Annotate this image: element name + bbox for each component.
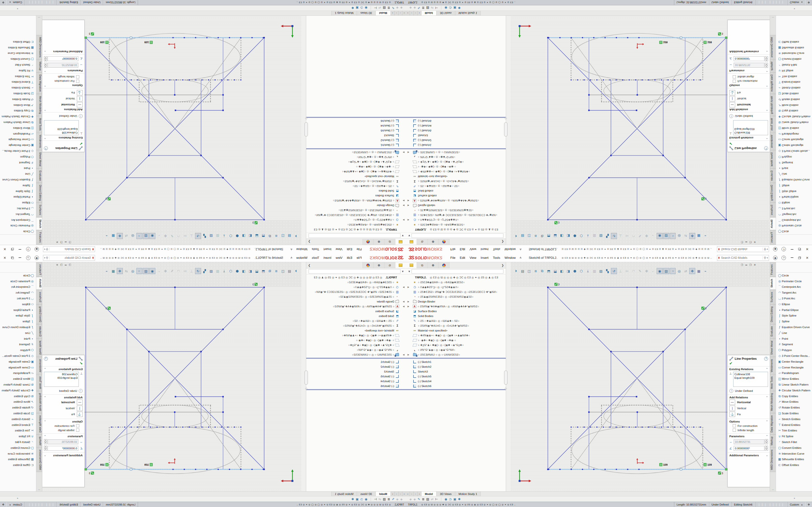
curve-dot-icon[interactable]: ◔ [670, 233, 676, 239]
menu-item-file[interactable]: File [355, 247, 364, 251]
relation-badge-collinear[interactable]: 3 [718, 32, 723, 36]
tool-3-point-arc[interactable]: ◡3 Point Arc [0, 206, 36, 212]
tree-item[interactable]: ▶Design Binder [306, 299, 406, 304]
doc-pair-icon[interactable]: ▨ [208, 268, 214, 274]
search-input[interactable] [721, 256, 763, 260]
help-icon[interactable]: ? [781, 256, 786, 260]
striped-bars-icon[interactable]: ▤ [426, 6, 429, 10]
tree-item[interactable]: (-) Sketch6 [306, 119, 406, 123]
dashed-selection-rects[interactable] [109, 405, 241, 469]
view-cube-icon[interactable]: ⬓ [552, 233, 558, 239]
parameter-field[interactable]: 10.88152731 [734, 63, 764, 68]
doc-restore-icon[interactable]: ❐ [69, 264, 71, 266]
tree-filter-input[interactable] [309, 233, 400, 238]
expand-chevron-icon[interactable]: ⌄ [766, 50, 768, 53]
tool-parallelogram[interactable]: ▱Parallelogram [776, 370, 812, 376]
view-cube-icon[interactable]: ⬓ [254, 268, 260, 274]
tool-spline[interactable]: ∫Spline [776, 319, 812, 324]
doc-tab-model[interactable]: Model [375, 11, 391, 15]
tool-circle[interactable]: ◯Circle [0, 273, 36, 278]
tree-item[interactable]: (-) Sketch4 [306, 379, 406, 384]
tool-trim-entities[interactable]: ✂Trim Entities [0, 428, 36, 434]
collapse-chevron-icon[interactable]: ⌃ [766, 396, 768, 399]
rollback-bar[interactable] [406, 117, 506, 118]
collapse-chevron-icon[interactable]: ⌃ [44, 69, 46, 72]
tree-item[interactable]: ▥○ Ƨ5✚ƐƎ5Ƨ○ ИN◉°✚ ƆCƐƎUƐƎ5Ƨ○ ◎ ○Ƨ5ƎƐUƎƐC… [406, 289, 506, 294]
tab-scroll-button[interactable]: » [391, 11, 394, 15]
tree-item[interactable]: ⬒Solid Bodies [306, 188, 406, 193]
tree-item[interactable]: ◔○ Ƨ5♟◉Ƨ5ИNƐƎ5Ƨ○ ◎ ○Ƨ5ƎƐNИ5Ƨ◉♟5Ƨ○ [306, 208, 406, 213]
wire-cube-icon[interactable]: ⬡ [227, 268, 234, 274]
collapse-chevron-icon[interactable]: ⌃ [44, 84, 46, 87]
corner-axis-icon[interactable]: ⊢ [374, 6, 377, 10]
relation-badge-collinear[interactable]: 3 [106, 197, 111, 201]
add-relation-fix[interactable]: ⚓Fix [44, 412, 83, 417]
spinner-control[interactable]: ▲▼ [44, 63, 47, 68]
tool-trim-entities[interactable]: ✂Trim Entities [776, 428, 812, 434]
spinner-control[interactable]: ▲▼ [44, 56, 47, 61]
tab-display-manager[interactable] [362, 262, 373, 268]
relation-badge-equal[interactable]: 109 [145, 41, 153, 44]
tool-mirror-entities[interactable]: ◫Mirror Entities [776, 376, 812, 382]
menu-item-tools[interactable]: Tools [310, 256, 321, 260]
gear-icon[interactable]: ✱ [458, 6, 461, 10]
view-cube-icon[interactable]: ⬒ [546, 268, 552, 274]
doc-minimize-icon[interactable] [65, 265, 67, 265]
relation-badge-equal[interactable]: 109 [659, 463, 667, 466]
account-icon[interactable]: ◉ [35, 256, 39, 260]
zebra-stripes-icon[interactable]: ▚ [202, 233, 208, 239]
search-icon[interactable]: ⚲ [46, 248, 49, 251]
relation-badge-collinear[interactable]: 3 [106, 306, 111, 310]
tool-3-point-center-recta-[interactable]: ◇3 Point Center Recta... [776, 148, 812, 154]
tool-equation-driven-curve[interactable]: ƒEquation Driven Curve [0, 324, 36, 330]
tab-markup[interactable]: Markup [36, 60, 42, 72]
minimize-button[interactable] [791, 249, 794, 250]
tool-stretch-entities[interactable]: ⌐Stretch Entities [776, 416, 812, 422]
tool-polygon[interactable]: ⬡Polygon [776, 154, 812, 160]
doc-tab-3d-views[interactable]: 3D Views [437, 11, 455, 15]
tree-item[interactable]: Sketch3 [306, 369, 406, 374]
pin-menu-icon[interactable]: ➤ [289, 256, 294, 260]
sketch-blue-geometry[interactable] [86, 287, 264, 469]
drop-to-plane-icon[interactable]: ⤓ [585, 233, 591, 239]
view-cube-icon[interactable]: ⬒ [260, 268, 266, 274]
view-cube-icon[interactable]: ⧈ [532, 233, 539, 239]
menu-item-window[interactable]: Window [502, 247, 518, 251]
tool-copy-entities[interactable]: ⧉Copy Entities [776, 393, 812, 399]
quick-access-toolbar[interactable]: ◎ ƐƎ ◎ Ɯ ◎ ◎ ◎ ✚ ◎ ƆC ◎ ƐƎ ◎ ✦ ◎ Ƨ5 ◎ ♟ … [100, 248, 250, 250]
expand-chevron-icon[interactable]: ⌄ [44, 454, 46, 457]
tab-sketch[interactable]: Sketch [770, 277, 776, 289]
doc-restore-icon[interactable]: ❐ [749, 264, 752, 266]
sketch-vertex-points[interactable] [547, 287, 727, 470]
tool-polygon[interactable]: ⬡Polygon [776, 347, 812, 353]
expand-arrow-icon[interactable]: ▶ [407, 305, 410, 307]
loop-dim-icon[interactable]: ⇄ [431, 6, 434, 10]
sketch-gray-geometry[interactable] [571, 378, 703, 474]
tree-item[interactable]: ▶Design Binder [306, 203, 406, 208]
expand-arrow-icon[interactable]: ▶ [407, 151, 410, 154]
status-tag-icon[interactable]: ❖ [806, 503, 812, 506]
tool-perimeter-circle[interactable]: ◎Perimeter Circle [776, 223, 812, 229]
close-button[interactable]: ✕ [3, 247, 6, 251]
add-relation-horizontal[interactable]: —Horizontal [44, 400, 83, 405]
tool-offset-entities[interactable]: ⊏Offset Entities [0, 39, 36, 45]
tool-spline[interactable]: ∫Spline [0, 319, 36, 324]
account-icon[interactable]: ◉ [773, 256, 777, 260]
tool-equation-driven-curve[interactable]: ƒEquation Driven Curve [776, 324, 812, 330]
search-icon[interactable]: ⚲ [46, 256, 49, 260]
tree-item[interactable]: ▥○ Ƨ5✚ƐƎ5Ƨ○ ИN◉°✚ ƆCƐƎUƐƎ5Ƨ○ ◎ ○Ƨ5ƎƐUƎƐC… [306, 289, 406, 294]
tab-evaluate[interactable]: Evaluate [36, 324, 42, 338]
panel-splitter-handle[interactable] [305, 122, 308, 136]
doc-tab-3d-views[interactable]: 3D Views [357, 11, 375, 15]
move-arrows-icon[interactable]: ✥ [689, 233, 695, 239]
bars-icon[interactable]: ≣ [388, 6, 390, 10]
three-d-doc-icon[interactable]: ▧ [663, 233, 669, 239]
tab-direct-editing[interactable]: Direct Editing [770, 304, 776, 324]
sketch-blue-geometry[interactable] [86, 38, 264, 220]
expand-arrow-icon[interactable]: ▶ [402, 151, 405, 154]
rollback-bar[interactable] [406, 148, 506, 149]
pencil-ghost-icon[interactable]: ✎ [169, 268, 175, 274]
timer-icon[interactable]: ◷ [449, 497, 452, 501]
tool-silhouette-entities[interactable]: ▦Silhouette Entities [776, 457, 812, 462]
status-units-dropdown[interactable]: Custom▲ [6, 502, 25, 507]
